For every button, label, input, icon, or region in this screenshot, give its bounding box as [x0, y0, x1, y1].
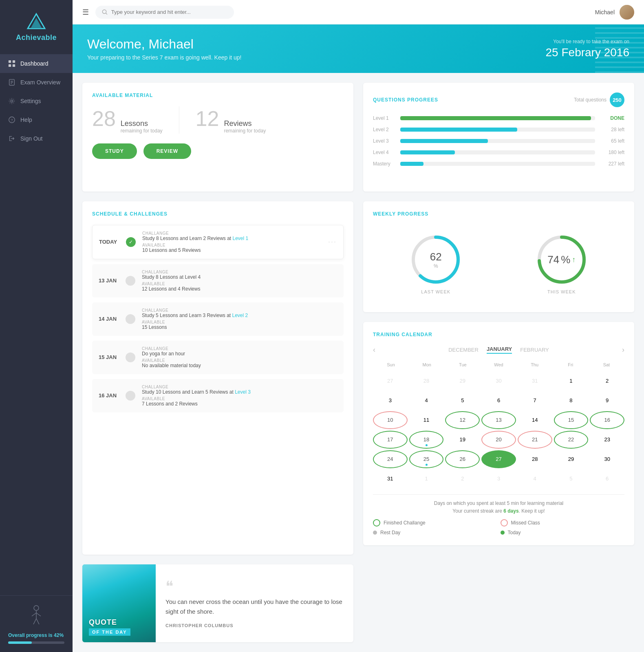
schedule-pending-icon — [126, 352, 135, 362]
quote-overlay: QUOTE OF THE DAY — [89, 618, 149, 636]
study-button[interactable]: STUDY — [92, 143, 137, 159]
calendar-legend: Days on which you spent at least 5 min f… — [373, 494, 624, 535]
calendar-cell[interactable]: 20 — [481, 431, 516, 449]
calendar-cell[interactable]: 30 — [481, 372, 516, 390]
calendar-cell[interactable]: 5 — [554, 470, 589, 488]
cal-months: DECEMBER JANUARY FEBRUARY — [448, 346, 549, 354]
calendar-cell[interactable]: 27 — [481, 450, 516, 468]
calendar-cell[interactable]: 2 — [445, 470, 480, 488]
calendar-cell[interactable]: 13 — [481, 411, 516, 429]
schedule-date: 13 JAN — [99, 278, 119, 284]
settings-icon — [8, 97, 15, 105]
search-input[interactable] — [111, 9, 227, 15]
sidebar-nav: Dashboard Exam Overview Settings ? Help … — [0, 54, 73, 595]
calendar-cell[interactable]: 21 — [518, 431, 552, 449]
total-badge: 250 — [610, 93, 624, 107]
svg-point-20 — [102, 9, 106, 13]
calendar-cell[interactable]: 23 — [590, 431, 624, 449]
calendar-cell[interactable]: 7 — [518, 392, 552, 410]
calendar-cell[interactable]: 28 — [409, 372, 444, 390]
calendar-cell[interactable]: 3 — [481, 470, 516, 488]
sidebar-item-help[interactable]: ? Help — [0, 110, 73, 129]
calendar-cell[interactable]: 6 — [481, 392, 516, 410]
quote-card: QUOTE OF THE DAY ❝ You can never cross t… — [82, 564, 353, 642]
calendar-cell[interactable]: 18 — [409, 431, 444, 449]
available-text: No available material today — [142, 363, 337, 368]
schedule-content: CHALLANGE Study 5 Lessons and Learn 3 Re… — [142, 308, 337, 330]
cal-month-dec[interactable]: DECEMBER — [448, 347, 479, 353]
quote-subtitle: OF THE DAY — [89, 628, 130, 636]
cal-month-feb[interactable]: FEBRUARY — [520, 347, 549, 353]
logo-text: Achievable — [16, 33, 57, 42]
sidebar-item-signout[interactable]: Sign Out — [0, 129, 73, 148]
calendar-cell[interactable]: 8 — [554, 392, 589, 410]
calendar-cell[interactable]: 29 — [554, 450, 589, 468]
calendar-cell[interactable]: 11 — [409, 411, 444, 429]
signout-icon — [8, 135, 15, 142]
last-week-circle: 62 % LAST WEEK — [409, 233, 462, 294]
sidebar-item-settings[interactable]: Settings — [0, 92, 73, 110]
progress-track — [400, 116, 595, 120]
reviews-count: 12 — [196, 106, 219, 131]
calendar-cell[interactable]: 28 — [518, 450, 552, 468]
calendar-cell[interactable]: 27 — [373, 372, 408, 390]
calendar-cell[interactable]: 19 — [445, 431, 480, 449]
schedule-check-icon: ✓ — [126, 237, 136, 247]
schedule-content: CHALLANGE Do yoga for an hour AVAILABLE … — [142, 346, 337, 368]
calendar-cell[interactable]: 31 — [373, 470, 408, 488]
calendar-cell[interactable]: 12 — [445, 411, 480, 429]
calendar-cell[interactable]: 1 — [554, 372, 589, 390]
review-button[interactable]: REVIEW — [143, 143, 191, 159]
calendar-cell[interactable]: 26 — [445, 450, 480, 468]
calendar-cell[interactable]: 17 — [373, 431, 408, 449]
next-month-button[interactable]: › — [622, 346, 624, 354]
menu-icon[interactable]: ☰ — [82, 8, 89, 17]
calendar-title: TRAINING CALENDAR — [373, 332, 624, 337]
calendar-cell[interactable]: 9 — [590, 392, 624, 410]
available-buttons: STUDY REVIEW — [92, 143, 344, 159]
hero-ready-text: You'll be ready to take the exam on — [546, 39, 629, 44]
lessons-info: Lessons remaining for today — [121, 119, 163, 134]
logo: Achievable — [0, 0, 73, 50]
calendar-cell[interactable]: 24 — [373, 450, 408, 468]
calendar-cell[interactable]: 1 — [409, 470, 444, 488]
cal-month-jan[interactable]: JANUARY — [487, 346, 512, 354]
challenge-text: Study 8 Lessons at Level 4 — [142, 274, 337, 280]
calendar-cell[interactable]: 14 — [518, 411, 552, 429]
calendar-cell[interactable]: 22 — [554, 431, 589, 449]
calendar-cell[interactable]: 5 — [445, 392, 480, 410]
quote-image: QUOTE OF THE DAY — [82, 564, 156, 642]
calendar-cell[interactable]: 10 — [373, 411, 408, 429]
calendar-cell[interactable]: 16 — [590, 411, 624, 429]
challenge-label: CHALLANGE — [142, 308, 337, 313]
this-week-label: THIS WEEK — [547, 289, 576, 294]
calendar-cell[interactable]: 2 — [590, 372, 624, 390]
legend-finished: Finished Challange — [373, 519, 497, 526]
stats: 28 Lessons remaining for today 12 Review… — [92, 106, 344, 134]
calendar-cell[interactable]: 15 — [554, 411, 589, 429]
dashboard-icon — [8, 60, 15, 67]
progress-row: Level 2 28 left — [373, 127, 624, 132]
calendar-cell[interactable]: 29 — [445, 372, 480, 390]
calendar-cell[interactable]: 25 — [409, 450, 444, 468]
calendar-cell[interactable]: 4 — [518, 470, 552, 488]
calendar-cell[interactable]: 4 — [409, 392, 444, 410]
sidebar-bottom: Overall progress is 42% — [0, 595, 73, 652]
calendar-cell[interactable]: 3 — [373, 392, 408, 410]
calendar-month-header: ‹ DECEMBER JANUARY FEBRUARY › — [373, 346, 624, 354]
sidebar-item-dashboard[interactable]: Dashboard — [0, 54, 73, 73]
progress-rows: Level 1 DONE Level 2 28 left Level 3 65 … — [373, 115, 624, 167]
sidebar-item-exam-overview[interactable]: Exam Overview — [0, 73, 73, 92]
schedule-list-item: 15 JAN CHALLANGE Do yoga for an hour AVA… — [92, 341, 344, 374]
quote-content: ❝ You can never cross the ocean until yo… — [156, 564, 353, 642]
svg-line-16 — [32, 613, 36, 616]
calendar-cell[interactable]: 6 — [590, 470, 624, 488]
prev-month-button[interactable]: ‹ — [373, 346, 375, 354]
calendar-cell[interactable]: 30 — [590, 450, 624, 468]
calendar-info: Days on which you spent at least 5 min f… — [373, 500, 624, 515]
calendar-cell[interactable]: 31 — [518, 372, 552, 390]
schedule-pending-icon — [126, 276, 135, 286]
logo-icon — [26, 12, 46, 30]
total-label: Total questions — [574, 97, 607, 103]
lessons-sublabel: remaining for today — [121, 128, 163, 134]
